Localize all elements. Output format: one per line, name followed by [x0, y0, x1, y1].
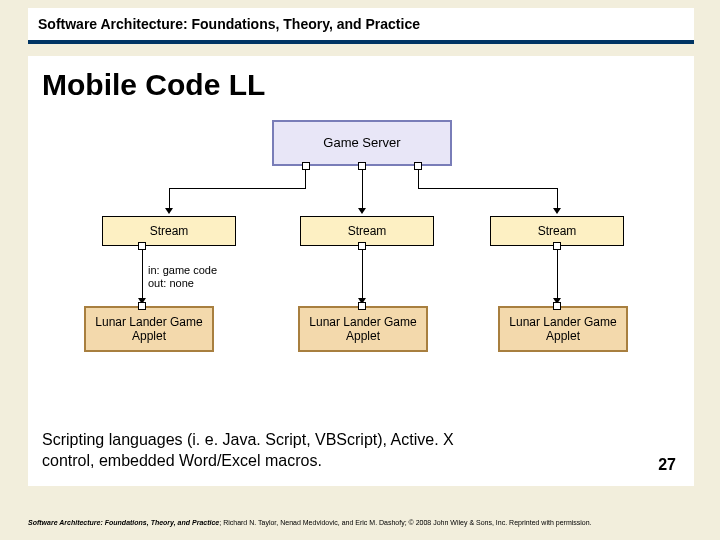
port-icon: [553, 242, 561, 250]
node-label: Stream: [348, 224, 387, 238]
port-icon: [138, 302, 146, 310]
connector-line: [557, 250, 558, 300]
body-paragraph: Scripting languages (i. e. Java. Script,…: [42, 430, 462, 472]
connector-line: [305, 170, 306, 188]
node-stream-2: Stream: [300, 216, 434, 246]
port-icon: [358, 162, 366, 170]
footer-attribution: Software Architecture: Foundations, Theo…: [28, 519, 694, 526]
node-applet-3: Lunar Lander Game Applet: [498, 306, 628, 352]
arrowhead-icon: [165, 208, 173, 214]
node-label: Stream: [150, 224, 189, 238]
connector-line: [169, 188, 170, 210]
footer-rest: ; Richard N. Taylor, Nenad Medvidovic, a…: [219, 519, 591, 526]
diagram: Game Server Stream Stream Stream: [42, 116, 680, 376]
connector-line: [557, 188, 558, 210]
port-icon: [138, 242, 146, 250]
header-bar: Software Architecture: Foundations, Theo…: [28, 8, 694, 44]
node-label: Game Server: [323, 135, 400, 151]
node-label: Lunar Lander Game Applet: [506, 315, 620, 344]
port-icon: [302, 162, 310, 170]
connector-line: [418, 170, 419, 188]
port-icon: [358, 242, 366, 250]
node-game-server: Game Server: [272, 120, 452, 166]
slide-body: Mobile Code LL Game Server Stream Stream: [28, 56, 694, 486]
port-icon: [553, 302, 561, 310]
slide-title: Mobile Code LL: [42, 68, 680, 102]
connector-annotation: in: game code out: none: [148, 264, 217, 290]
arrowhead-icon: [358, 208, 366, 214]
header-text: Software Architecture: Foundations, Theo…: [28, 8, 694, 38]
connector-line: [362, 250, 363, 300]
connector-line: [142, 250, 143, 300]
node-label: Lunar Lander Game Applet: [306, 315, 420, 344]
connector-line: [169, 188, 306, 189]
arrowhead-icon: [553, 208, 561, 214]
port-icon: [414, 162, 422, 170]
page-number: 27: [658, 456, 676, 474]
node-label: Lunar Lander Game Applet: [92, 315, 206, 344]
node-stream-1: Stream: [102, 216, 236, 246]
connector-line: [362, 170, 363, 210]
connector-line: [418, 188, 558, 189]
node-label: Stream: [538, 224, 577, 238]
port-icon: [358, 302, 366, 310]
node-applet-1: Lunar Lander Game Applet: [84, 306, 214, 352]
footer-title: Software Architecture: Foundations, Theo…: [28, 519, 219, 526]
node-applet-2: Lunar Lander Game Applet: [298, 306, 428, 352]
